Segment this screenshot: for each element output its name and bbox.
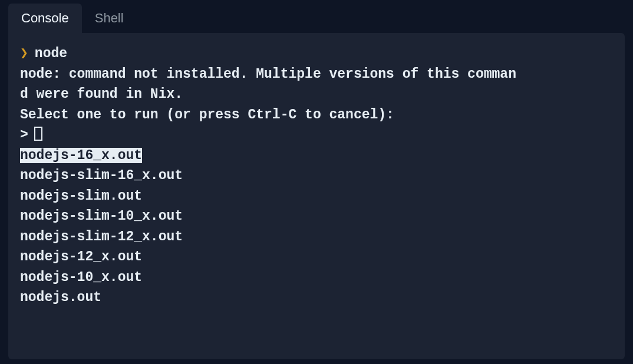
selector-input-line: > (20, 125, 613, 145)
list-item[interactable]: nodejs-slim.out (20, 188, 142, 204)
error-message-line1: node: command not installed. Multiple ve… (20, 64, 613, 85)
command-text: node (35, 44, 67, 64)
list-item[interactable]: nodejs-10_x.out (20, 270, 142, 285)
selector-caret-icon: > (20, 125, 28, 145)
list-item[interactable]: nodejs.out (20, 290, 101, 305)
list-item[interactable]: nodejs-slim-16_x.out (20, 168, 183, 183)
tab-console[interactable]: Console (8, 4, 82, 33)
error-message-line2: d were found in Nix. (20, 84, 613, 105)
tab-bar: Console Shell (0, 0, 633, 33)
list-item[interactable]: nodejs-slim-10_x.out (20, 209, 183, 224)
tab-shell[interactable]: Shell (82, 4, 137, 33)
list-item[interactable]: nodejs-slim-12_x.out (20, 229, 183, 244)
terminal-output[interactable]: ❯ node node: command not installed. Mult… (8, 33, 625, 359)
instruction-text: Select one to run (or press Ctrl-C to ca… (20, 105, 613, 125)
prompt-line: ❯ node (20, 44, 613, 64)
list-item[interactable]: nodejs-12_x.out (20, 249, 142, 264)
prompt-symbol-icon: ❯ (20, 44, 27, 64)
list-item[interactable]: nodejs-16_x.out (20, 148, 142, 163)
cursor-icon (34, 127, 42, 141)
option-list: nodejs-16_x.out nodejs-slim-16_x.out nod… (20, 145, 613, 308)
